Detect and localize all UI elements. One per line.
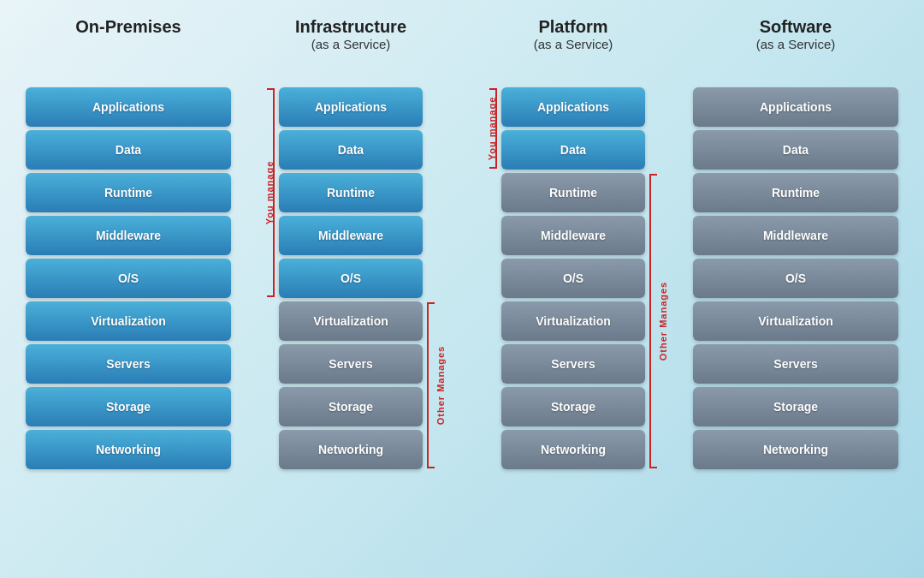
tile-on-premises-3: Middleware (26, 216, 231, 255)
svg-text:You manage: You manage (487, 97, 497, 161)
tile-on-premises-4: O/S (26, 259, 231, 298)
stack-iaas: ApplicationsDataRuntimeMiddlewareO/SVirt… (279, 87, 423, 469)
tile-saas-5: Virtualization (693, 301, 898, 341)
tile-saas-3: Middleware (693, 216, 898, 255)
column-header-paas: Platform(as a Service) (534, 17, 613, 77)
column-iaas: Infrastructure(as a Service)You manageAp… (248, 17, 453, 469)
svg-text:Other Manages: Other Manages (435, 346, 446, 425)
tile-saas-4: O/S (693, 259, 898, 298)
tile-saas-2: Runtime (693, 173, 898, 212)
bracket-left-iaas: You manage (248, 87, 279, 469)
bracket-left-paas: You manage (471, 87, 501, 469)
tile-iaas-5: Virtualization (279, 301, 423, 341)
tile-saas-0: Applications (693, 87, 898, 127)
column-paas: Platform(as a Service)You manageApplicat… (471, 17, 676, 469)
tile-paas-5: Virtualization (501, 301, 645, 341)
tile-saas-7: Storage (693, 387, 898, 426)
tile-iaas-1: Data (279, 130, 423, 170)
svg-text:Other Manages: Other Manages (658, 282, 668, 361)
column-subtitle-paas: (as a Service) (534, 37, 613, 51)
tile-on-premises-5: Virtualization (26, 301, 231, 341)
tile-on-premises-7: Storage (26, 387, 231, 426)
column-header-on-premises: On-Premises (75, 17, 181, 77)
column-saas: Software(as a Service)ApplicationsDataRu… (693, 17, 898, 469)
tile-iaas-8: Networking (279, 430, 423, 469)
tile-paas-2: Runtime (501, 173, 645, 212)
column-subtitle-saas: (as a Service) (756, 37, 836, 51)
tile-iaas-2: Runtime (279, 173, 423, 212)
tile-on-premises-8: Networking (26, 430, 231, 469)
stack-saas: ApplicationsDataRuntimeMiddlewareO/SVirt… (693, 87, 898, 469)
column-header-iaas: Infrastructure(as a Service) (295, 17, 406, 77)
stack-paas: ApplicationsDataRuntimeMiddlewareO/SVirt… (501, 87, 645, 469)
column-title-paas: Platform (538, 17, 607, 37)
tile-saas-1: Data (693, 130, 898, 170)
column-subtitle-iaas: (as a Service) (311, 37, 391, 51)
column-title-saas: Software (760, 17, 832, 37)
tile-saas-8: Networking (693, 430, 898, 469)
cloud-service-diagram: On-PremisesApplicationsDataRuntimeMiddle… (9, 9, 915, 569)
tile-iaas-0: Applications (279, 87, 423, 127)
tile-iaas-7: Storage (279, 387, 423, 426)
tile-paas-8: Networking (501, 430, 645, 469)
tile-iaas-6: Servers (279, 344, 423, 384)
tile-iaas-3: Middleware (279, 216, 423, 255)
tile-paas-1: Data (501, 130, 645, 170)
tile-saas-6: Servers (693, 344, 898, 384)
tile-on-premises-1: Data (26, 130, 231, 170)
tile-on-premises-2: Runtime (26, 173, 231, 212)
tile-paas-6: Servers (501, 344, 645, 384)
tile-paas-7: Storage (501, 387, 645, 426)
svg-text:You manage: You manage (264, 161, 275, 225)
tile-on-premises-6: Servers (26, 344, 231, 384)
column-title-iaas: Infrastructure (295, 17, 406, 37)
tile-paas-3: Middleware (501, 216, 645, 255)
tile-iaas-4: O/S (279, 259, 423, 298)
column-header-saas: Software(as a Service) (756, 17, 836, 77)
tile-paas-4: O/S (501, 259, 645, 298)
column-on-premises: On-PremisesApplicationsDataRuntimeMiddle… (26, 17, 231, 469)
bracket-right-iaas: Other Manages (423, 87, 453, 469)
tile-on-premises-0: Applications (26, 87, 231, 127)
column-title-on-premises: On-Premises (75, 17, 181, 37)
bracket-right-paas: Other Manages (645, 87, 676, 469)
tile-paas-0: Applications (501, 87, 645, 127)
stack-on-premises: ApplicationsDataRuntimeMiddlewareO/SVirt… (26, 87, 231, 469)
